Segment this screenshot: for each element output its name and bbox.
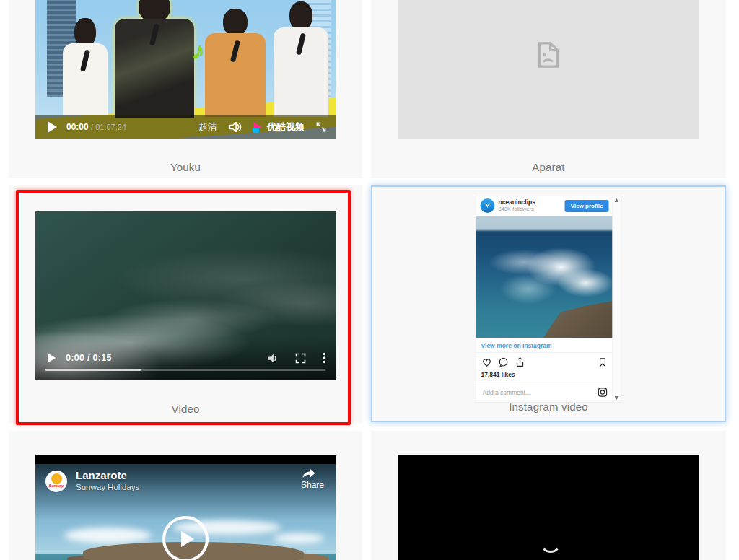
card-label-video: Video [9,403,362,415]
broken-image-icon [533,39,564,71]
instagram-header: oceaninclips 840K followers View profile [476,196,613,216]
channel-name[interactable]: Sunway Holidays [76,483,139,491]
embed-test-page: ♪ 00:00 / 01:07:24 超清 优酷视频 [0,0,739,560]
fullscreen-icon[interactable] [295,353,306,364]
likes-count[interactable]: 17,841 likes [476,369,613,382]
instagram-embed[interactable]: oceaninclips 840K followers View profile… [476,196,622,403]
save-icon[interactable] [598,356,608,368]
time-display: 00:00 / 01:07:24 [66,122,126,132]
youku-brand-label: 优酷视频 [267,121,305,134]
card-youku: ♪ 00:00 / 01:07:24 超清 优酷视频 [9,0,362,178]
singer-figure [274,1,328,117]
progress-bar[interactable] [45,369,325,371]
overflow-menu-icon[interactable] [323,352,326,364]
video-title[interactable]: Lanzarote [76,469,127,481]
time-current: 00:00 [66,122,89,132]
card-aparat: Aparat [371,0,726,178]
followers-count: 840K followers [499,206,536,213]
scroll-up-icon[interactable] [615,198,619,202]
sun-logo-icon [51,473,62,484]
card-vimeo: Sunway Lanzarote Sunway Holidays Share [9,431,362,560]
card-loading-video [371,431,726,560]
comment-input[interactable] [481,388,598,397]
avatar[interactable] [481,198,495,213]
view-profile-button[interactable]: View profile [565,200,609,212]
youku-control-bar: 00:00 / 01:07:24 超清 优酷视频 [35,115,336,139]
card-instagram: oceaninclips 840K followers View profile… [371,185,726,422]
instagram-logo-icon[interactable] [598,387,608,398]
loading-video-player[interactable] [398,455,699,560]
vimeo-player[interactable]: Sunway Lanzarote Sunway Holidays Share [35,455,336,560]
view-more-link[interactable]: View more on Instagram [476,338,613,352]
share-button[interactable]: Share [301,468,324,490]
singer-figure [205,9,266,117]
play-button[interactable] [162,516,209,560]
comment-icon[interactable] [498,356,510,368]
youku-logo-icon [253,122,263,133]
reef-graphic [528,301,613,338]
progress-buffered [45,369,141,371]
quality-button[interactable]: 超清 [198,121,217,134]
time-total: / 01:07:24 [91,123,126,131]
singer-figure [63,18,108,115]
whale-tail-icon [484,201,492,210]
like-icon[interactable] [481,356,493,368]
time-display: 0:00 / 0:15 [66,353,112,363]
scroll-down-icon[interactable] [615,396,619,400]
instagram-video-thumbnail[interactable] [476,216,613,338]
youku-brand[interactable]: 优酷视频 [253,121,305,134]
play-icon[interactable] [48,353,56,363]
share-label: Share [301,480,324,490]
play-icon[interactable] [48,121,57,133]
youku-player[interactable]: ♪ 00:00 / 01:07:24 超清 优酷视频 [35,0,336,139]
fullscreen-icon[interactable] [315,121,327,133]
card-label-youku: Youku [9,161,362,173]
channel-avatar[interactable]: Sunway [45,471,67,492]
aparat-placeholder[interactable] [398,0,699,139]
volume-icon[interactable] [228,121,242,133]
loading-spinner-icon [540,531,561,553]
volume-icon[interactable] [266,353,279,364]
card-video: 0:00 / 0:15 Video [9,185,362,423]
share-icon[interactable] [515,356,526,368]
card-label-instagram: Instagram video [372,401,725,413]
card-label-aparat: Aparat [371,161,726,173]
html5-video-player[interactable]: 0:00 / 0:15 [35,211,336,380]
singer-figure [115,0,194,118]
share-arrow-icon [301,468,317,480]
embed-scrollbar[interactable] [613,196,621,402]
avatar-text: Sunway [49,484,64,488]
